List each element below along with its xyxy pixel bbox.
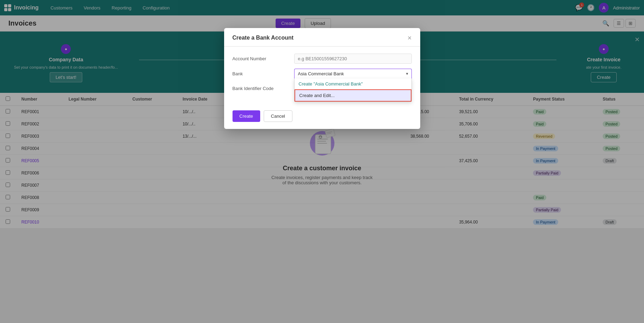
bank-input[interactable] xyxy=(294,69,412,78)
bank-dropdown-menu: Create "Asia Commercial Bank" Create and… xyxy=(294,78,412,102)
create-and-edit-option[interactable]: Create and Edit... xyxy=(295,89,411,102)
account-number-input[interactable] xyxy=(294,54,412,64)
modal-cancel-button[interactable]: Cancel xyxy=(264,110,292,122)
bank-dropdown-wrapper: ▼ Create "Asia Commercial Bank" Create a… xyxy=(294,69,412,78)
bank-row: Bank ▼ Create "Asia Commercial Bank" Cre… xyxy=(233,69,412,78)
modal-footer: Create Cancel xyxy=(224,105,420,129)
modal-create-button[interactable]: Create xyxy=(233,110,260,122)
modal-overlay: Create a Bank Account × Account Number B… xyxy=(0,0,644,323)
account-number-row: Account Number xyxy=(233,54,412,64)
bank-account-modal: Create a Bank Account × Account Number B… xyxy=(224,28,420,129)
modal-header: Create a Bank Account × xyxy=(224,28,420,47)
bank-identifier-label: Bank Identifier Code xyxy=(233,86,289,91)
bank-label: Bank xyxy=(233,71,289,76)
modal-body: Account Number Bank ▼ Create "Asia Comme… xyxy=(224,47,420,105)
create-bank-option[interactable]: Create "Asia Commercial Bank" xyxy=(295,78,411,89)
modal-title: Create a Bank Account xyxy=(233,35,294,41)
account-number-label: Account Number xyxy=(233,56,289,61)
modal-close-button[interactable]: × xyxy=(408,34,412,41)
